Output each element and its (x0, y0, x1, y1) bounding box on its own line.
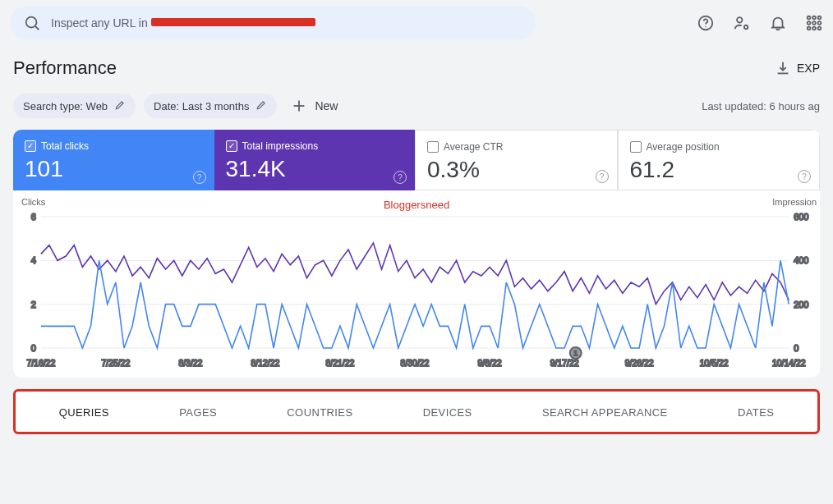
svg-point-11 (818, 21, 821, 25)
chip-search-type-label: Search type: Web (23, 100, 108, 112)
svg-text:6: 6 (31, 212, 36, 222)
svg-text:7/25/22: 7/25/22 (101, 359, 130, 368)
svg-text:200: 200 (794, 300, 808, 309)
download-icon (774, 59, 792, 77)
url-inspect-search[interactable]: Inspect any URL in (10, 7, 536, 39)
metric-value: 61.2 (630, 157, 808, 183)
svg-text:8/30/22: 8/30/22 (401, 359, 430, 368)
svg-text:0: 0 (794, 343, 798, 353)
help-icon[interactable]: ? (393, 171, 407, 184)
page-header: Performance EXP (0, 46, 833, 94)
dimension-tabs: QUERIES PAGES COUNTRIES DEVICES SEARCH A… (13, 389, 820, 434)
svg-text:9/17/22: 9/17/22 (550, 359, 579, 368)
search-icon (23, 14, 41, 32)
apps-grid-icon[interactable] (805, 14, 823, 32)
svg-text:7/16/22: 7/16/22 (26, 359, 55, 368)
chip-date-range-label: Date: Last 3 months (154, 100, 249, 112)
help-icon[interactable]: ? (798, 170, 811, 183)
chip-date-range[interactable]: Date: Last 3 months (144, 94, 277, 118)
metric-average-position[interactable]: Average position 61.2 ? (618, 130, 821, 190)
pencil-icon (114, 99, 126, 113)
metric-value: 0.3% (427, 157, 605, 183)
page-title: Performance (13, 57, 117, 79)
pencil-icon (255, 99, 267, 113)
checkbox-icon (226, 140, 237, 152)
metric-label: Total clicks (41, 140, 89, 152)
svg-text:4: 4 (31, 255, 36, 265)
notifications-icon[interactable] (769, 14, 787, 32)
metric-value: 101 (25, 156, 203, 182)
svg-text:400: 400 (794, 255, 808, 265)
last-updated-text: Last updated: 6 hours ag (702, 100, 820, 112)
svg-text:600: 600 (794, 212, 808, 222)
checkbox-icon (25, 140, 36, 152)
metric-label: Total impressions (242, 140, 319, 152)
svg-point-7 (812, 16, 816, 20)
svg-point-6 (808, 16, 811, 20)
svg-point-9 (808, 21, 811, 25)
svg-text:8/21/22: 8/21/22 (326, 359, 355, 368)
metric-label: Average CTR (444, 141, 503, 153)
tab-search-appearance[interactable]: SEARCH APPEARANCE (542, 406, 668, 419)
svg-text:0: 0 (31, 343, 36, 353)
performance-card: Total clicks 101 ? Total impressions 31.… (13, 130, 820, 378)
svg-text:9/26/22: 9/26/22 (625, 359, 654, 368)
svg-point-0 (26, 17, 37, 28)
checkbox-icon (427, 141, 439, 153)
y-axis-left-title: Clicks (21, 197, 45, 207)
export-button[interactable]: EXP (774, 59, 820, 77)
plus-icon (290, 97, 308, 115)
svg-point-12 (808, 27, 811, 30)
svg-text:8/12/22: 8/12/22 (251, 359, 280, 368)
add-filter-button[interactable]: New (290, 97, 338, 115)
export-label: EXP (797, 62, 820, 75)
tab-devices[interactable]: DEVICES (423, 406, 472, 419)
y-axis-right-title: Impression (772, 197, 817, 207)
svg-text:8/3/22: 8/3/22 (178, 359, 202, 368)
svg-text:2: 2 (31, 300, 36, 309)
search-placeholder: Inspect any URL in (51, 16, 315, 30)
svg-text:10/14/22: 10/14/22 (772, 359, 806, 368)
metric-label: Average position (647, 141, 720, 153)
svg-point-10 (812, 21, 816, 25)
top-actions (697, 14, 823, 32)
svg-point-8 (818, 16, 821, 20)
metric-row: Total clicks 101 ? Total impressions 31.… (13, 130, 820, 190)
tab-queries[interactable]: QUERIES (59, 406, 109, 419)
svg-text:10/5/22: 10/5/22 (700, 359, 729, 368)
new-filter-label: New (315, 99, 338, 112)
performance-chart: 002200440066007/16/227/25/228/3/228/12/2… (16, 200, 817, 373)
svg-line-1 (35, 26, 39, 30)
watermark-text: Bloggersneed (384, 199, 449, 211)
tab-dates[interactable]: DATES (738, 406, 774, 419)
tab-pages[interactable]: PAGES (179, 406, 217, 419)
svg-point-13 (812, 27, 816, 30)
metric-total-impressions[interactable]: Total impressions 31.4K ? (214, 130, 416, 190)
help-icon[interactable]: ? (596, 170, 609, 183)
svg-point-14 (818, 27, 821, 30)
tab-countries[interactable]: COUNTRIES (287, 406, 352, 419)
svg-text:1: 1 (573, 349, 578, 357)
metric-value: 31.4K (226, 156, 404, 182)
users-settings-icon[interactable] (733, 14, 751, 32)
metric-average-ctr[interactable]: Average CTR 0.3% ? (415, 130, 618, 190)
chart-area: Clicks Impression Bloggersneed 002200440… (13, 190, 820, 378)
filter-chip-row: Search type: Web Date: Last 3 months New… (0, 94, 833, 130)
help-icon[interactable] (697, 14, 715, 32)
help-icon[interactable]: ? (193, 171, 206, 184)
checkbox-icon (630, 141, 642, 153)
redacted-domain (151, 18, 315, 26)
metric-total-clicks[interactable]: Total clicks 101 ? (13, 130, 214, 190)
svg-point-3 (705, 26, 706, 27)
chip-search-type[interactable]: Search type: Web (13, 94, 136, 118)
svg-text:9/8/22: 9/8/22 (478, 359, 502, 368)
top-bar: Inspect any URL in (0, 0, 833, 46)
svg-point-4 (737, 17, 742, 22)
